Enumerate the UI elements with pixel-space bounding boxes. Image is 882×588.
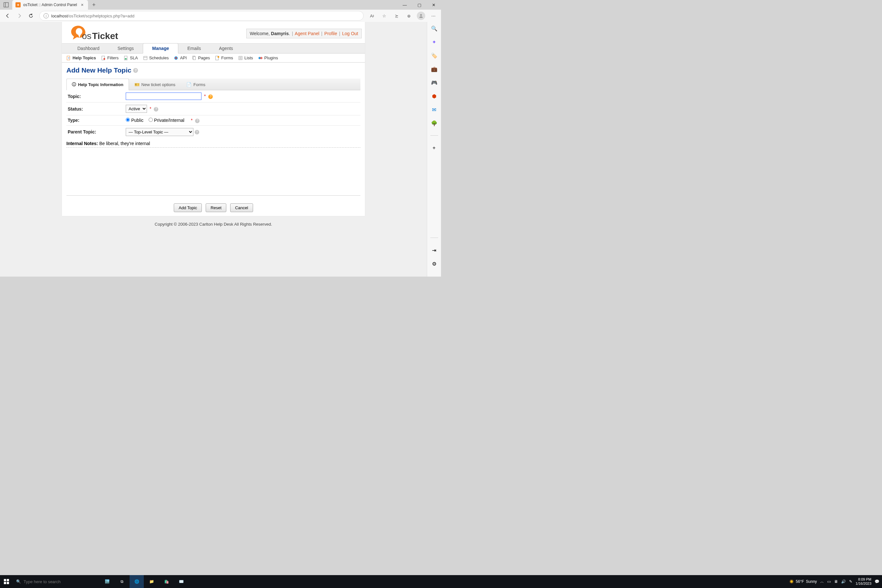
sidebar-shopping-icon[interactable]: 🏷️ — [431, 52, 438, 58]
subnav-pages[interactable]: Pages — [192, 56, 210, 60]
window-minimize-icon[interactable]: — — [398, 0, 412, 10]
tab-title: osTicket :: Admin Control Panel — [23, 3, 77, 7]
favorites-bar-icon[interactable]: ≿ — [392, 10, 402, 21]
subnav-api[interactable]: API — [174, 56, 187, 60]
edge-sidebar: 🔍 ✦ 🏷️ 💼 🎮 ⬢ ✉ 🌳 + ⇥ ⚙ — [427, 22, 441, 277]
welcome-text: Welcome, — [250, 31, 271, 36]
svg-point-14 — [176, 57, 177, 58]
nav-dashboard[interactable]: Dashboard — [68, 44, 109, 53]
svg-point-2 — [420, 14, 422, 16]
sidebar-ai-icon[interactable]: ✦ — [431, 39, 438, 45]
tab-actions-icon[interactable] — [3, 1, 10, 8]
internal-notes-textarea[interactable] — [66, 147, 360, 196]
tab-new-ticket-options[interactable]: 🎫New ticket options — [129, 79, 181, 90]
status-label: Status: — [66, 102, 124, 116]
more-icon[interactable]: ⋯ — [428, 10, 438, 21]
subnav-forms[interactable]: Forms — [215, 56, 233, 60]
tab-forms[interactable]: 📄Forms — [181, 79, 211, 90]
parent-topic-select[interactable]: — Top-Level Topic — — [126, 128, 194, 136]
new-tab-button[interactable]: + — [89, 0, 98, 9]
sidebar-games-icon[interactable]: 🎮 — [431, 79, 438, 86]
logout-link[interactable]: Log Out — [342, 31, 358, 36]
sidebar-office-icon[interactable]: ⬢ — [431, 93, 438, 99]
type-public-radio[interactable]: Public — [126, 118, 144, 123]
internal-notes-label: Internal Notes: — [66, 141, 98, 146]
svg-point-8 — [104, 58, 105, 60]
main-nav: Dashboard Settings Manage Emails Agents — [62, 43, 365, 54]
osticket-logo[interactable]: os Ticket — [65, 24, 126, 43]
welcome-user: Damyris — [271, 31, 289, 36]
topic-input[interactable] — [126, 93, 201, 100]
status-select[interactable]: Active — [126, 105, 147, 113]
window-close-icon[interactable]: ✕ — [426, 0, 441, 10]
subnav-plugins[interactable]: Plugins — [258, 56, 278, 60]
help-icon[interactable]: ? — [208, 94, 213, 99]
read-aloud-icon[interactable]: A⟫ — [367, 10, 377, 21]
sidebar-search-icon[interactable]: 🔍 — [431, 25, 438, 32]
help-icon[interactable]: ? — [154, 107, 158, 111]
svg-rect-0 — [4, 3, 8, 7]
url-path: /osTicket/scp/helptopics.php?a=add — [68, 14, 134, 18]
type-label: Type: — [66, 116, 124, 126]
nav-settings[interactable]: Settings — [109, 44, 143, 53]
back-button[interactable] — [3, 10, 13, 21]
subnav-sla[interactable]: SLA — [124, 56, 138, 60]
favorite-icon[interactable]: ☆ — [379, 10, 389, 21]
help-icon[interactable]: ? — [195, 118, 200, 123]
ticket-icon: 🎫 — [134, 82, 140, 87]
required-marker: * — [150, 106, 151, 111]
browser-tab[interactable]: ✦ osTicket :: Admin Control Panel × — [12, 0, 88, 10]
svg-rect-10 — [125, 58, 127, 59]
svg-point-18 — [218, 56, 219, 57]
forward-button[interactable] — [14, 10, 24, 21]
subnav-schedules[interactable]: Schedules — [143, 56, 169, 60]
info-icon: ⓘ — [72, 81, 76, 87]
help-icon[interactable]: ? — [133, 68, 138, 73]
nav-emails[interactable]: Emails — [178, 44, 210, 53]
sidebar-settings-icon[interactable]: ⚙ — [431, 261, 438, 267]
svg-text:os: os — [82, 31, 92, 41]
svg-text:?: ? — [68, 56, 69, 59]
sidebar-tools-icon[interactable]: 💼 — [431, 66, 438, 72]
profile-link[interactable]: Profile — [324, 31, 337, 36]
site-info-icon[interactable]: i — [44, 13, 49, 18]
footer-copyright: Copyright © 2006-2023 Carlton Help Desk … — [62, 216, 365, 232]
refresh-button[interactable] — [26, 10, 36, 21]
svg-rect-11 — [144, 56, 147, 60]
window-maximize-icon[interactable]: ▢ — [412, 0, 426, 10]
page-title: Add New Help Topic ? — [66, 66, 360, 74]
forms-icon: 📄 — [186, 82, 192, 87]
agent-panel-link[interactable]: Agent Panel — [295, 31, 319, 36]
sidebar-outlook-icon[interactable]: ✉ — [431, 106, 438, 113]
welcome-box: Welcome, Damyris. | Agent Panel | Profil… — [246, 29, 362, 38]
favicon-icon: ✦ — [15, 2, 21, 8]
sidebar-collapse-icon[interactable]: ⇥ — [431, 247, 438, 254]
reset-button[interactable]: Reset — [206, 203, 226, 212]
form-tabs: ⓘHelp Topic Information 🎫New ticket opti… — [66, 79, 360, 90]
subnav-help-topics[interactable]: ?Help Topics — [66, 56, 96, 60]
nav-manage[interactable]: Manage — [143, 43, 178, 54]
subnav-lists[interactable]: Lists — [238, 56, 253, 60]
topic-label: Topic: — [66, 90, 124, 102]
svg-text:Ticket: Ticket — [92, 31, 118, 41]
required-marker: * — [204, 93, 206, 99]
url-host: localhost — [51, 14, 68, 18]
help-icon[interactable]: ? — [195, 130, 199, 134]
sidebar-add-icon[interactable]: + — [431, 145, 438, 151]
collections-icon[interactable]: ⊕ — [404, 10, 414, 21]
type-private-radio[interactable]: Private/Internal — [148, 118, 184, 123]
tab-close-icon[interactable]: × — [80, 2, 85, 8]
nav-agents[interactable]: Agents — [210, 44, 242, 53]
required-marker: * — [191, 118, 192, 123]
tab-help-topic-info[interactable]: ⓘHelp Topic Information — [66, 79, 129, 90]
svg-rect-16 — [194, 56, 196, 60]
add-topic-button[interactable]: Add Topic — [174, 203, 202, 212]
cancel-button[interactable]: Cancel — [230, 203, 253, 212]
parent-topic-label: Parent Topic: — [66, 125, 124, 138]
sidebar-tree-icon[interactable]: 🌳 — [431, 120, 438, 126]
address-bar[interactable]: i localhost/osTicket/scp/helptopics.php?… — [39, 11, 364, 21]
profile-button[interactable] — [416, 10, 426, 21]
internal-notes-hint: Be liberal, they're internal — [99, 141, 150, 146]
subnav-filters[interactable]: Filters — [101, 56, 118, 60]
svg-point-24 — [260, 57, 262, 59]
